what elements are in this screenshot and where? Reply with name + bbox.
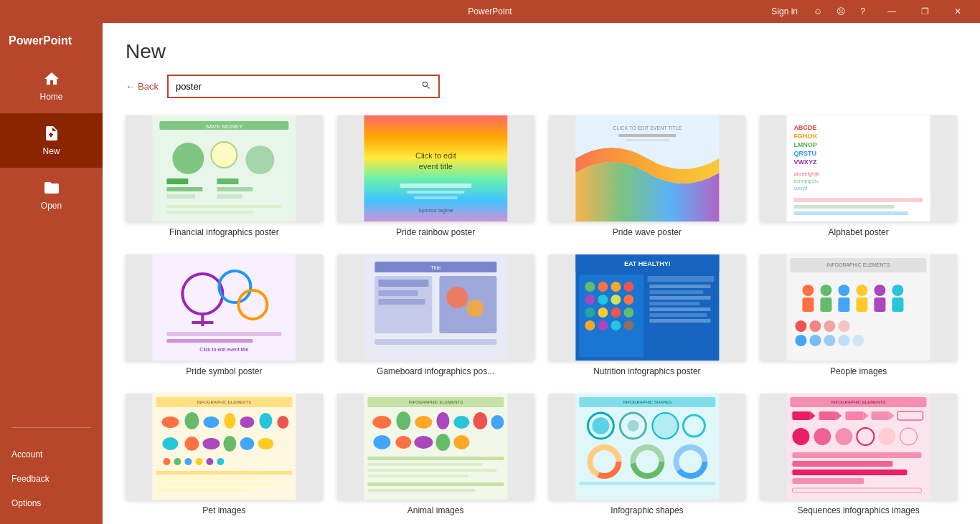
svg-rect-83 xyxy=(649,296,710,300)
svg-point-65 xyxy=(598,282,608,292)
template-animal-images[interactable]: INFOGRAPHIC ELEMENTS An xyxy=(337,394,534,515)
svg-rect-153 xyxy=(367,457,504,460)
svg-point-108 xyxy=(810,335,821,346)
template-gameboard-infographics-poster[interactable]: Title Gameboard infographics pos... xyxy=(337,254,534,376)
svg-point-79 xyxy=(623,320,633,330)
template-financial-infographics-poster[interactable]: SAVE MONEY Financial infographics poster xyxy=(126,115,323,237)
svg-point-145 xyxy=(453,416,469,429)
svg-point-125 xyxy=(223,436,236,452)
new-icon xyxy=(43,125,60,142)
svg-rect-86 xyxy=(649,313,707,317)
new-label: New xyxy=(42,146,60,156)
sidebar: PowerPoint Home New Open xyxy=(0,23,103,524)
svg-rect-52 xyxy=(378,280,428,287)
svg-point-144 xyxy=(436,412,449,429)
template-pet-images[interactable]: INFOGRAPHIC ELEMENTS xyxy=(126,394,323,515)
template-thumb-infographic-shapes: INFOGRAPHIC SHAPES xyxy=(549,394,746,500)
svg-rect-45 xyxy=(166,339,253,343)
svg-rect-197 xyxy=(793,470,908,475)
sidebar-item-new[interactable]: New xyxy=(0,113,103,168)
svg-point-105 xyxy=(824,320,836,332)
svg-text:QRSTU: QRSTU xyxy=(794,150,817,157)
templates-area[interactable]: SAVE MONEY Financial infographics poster xyxy=(103,107,980,524)
svg-point-110 xyxy=(839,335,850,346)
home-label: Home xyxy=(39,92,62,102)
svg-rect-186 xyxy=(872,411,890,420)
svg-rect-9 xyxy=(217,178,238,184)
svg-point-148 xyxy=(373,435,390,449)
svg-text:vwxyz: vwxyz xyxy=(794,186,809,191)
template-people-images[interactable]: INFOGRAPHIC ELEMENTS xyxy=(760,254,957,376)
svg-point-111 xyxy=(853,335,864,346)
svg-text:INFOGRAPHIC ELEMENTS: INFOGRAPHIC ELEMENTS xyxy=(197,400,252,404)
content-area: New ← Back xyxy=(103,23,980,524)
help-icon[interactable]: ? xyxy=(856,5,870,18)
svg-point-147 xyxy=(491,415,504,429)
open-icon xyxy=(43,179,60,196)
svg-rect-84 xyxy=(649,302,699,305)
svg-point-142 xyxy=(396,411,410,430)
sidebar-item-feedback[interactable]: Feedback xyxy=(0,467,103,491)
frown-icon[interactable]: ☹ xyxy=(832,5,850,18)
search-box xyxy=(167,75,440,98)
svg-rect-35 xyxy=(794,198,923,202)
back-button[interactable]: ← Back xyxy=(126,81,159,92)
svg-point-97 xyxy=(857,285,868,296)
svg-point-127 xyxy=(258,438,273,449)
template-pride-symbol-poster[interactable]: Click to edit event title Pride symbol p… xyxy=(126,254,323,376)
svg-text:INFOGRAPHIC ELEMENTS: INFOGRAPHIC ELEMENTS xyxy=(831,400,886,404)
svg-text:Click to edit: Click to edit xyxy=(415,151,456,160)
svg-point-99 xyxy=(875,285,886,296)
svg-rect-85 xyxy=(649,308,710,311)
sidebar-item-options[interactable]: Options xyxy=(0,491,103,515)
svg-point-77 xyxy=(598,320,608,330)
template-label-pride-rainbow-poster: Pride rainbow poster xyxy=(337,227,534,237)
sidebar-item-home[interactable]: Home xyxy=(0,59,103,113)
template-sequences-infographics-images[interactable]: INFOGRAPHIC ELEMENTS xyxy=(760,394,957,515)
template-pride-rainbow-poster[interactable]: Click to edit event title Sponsor taglin… xyxy=(337,115,534,237)
template-thumb-pet-images: INFOGRAPHIC ELEMENTS xyxy=(126,394,323,500)
svg-rect-182 xyxy=(819,411,837,420)
svg-point-4 xyxy=(211,142,237,168)
svg-rect-92 xyxy=(803,297,814,312)
svg-point-121 xyxy=(277,416,288,429)
svg-text:SAVE MONEY: SAVE MONEY xyxy=(205,123,243,130)
svg-point-128 xyxy=(163,458,170,465)
svg-point-119 xyxy=(240,416,254,428)
svg-point-103 xyxy=(796,320,807,332)
sidebar-item-open[interactable]: Open xyxy=(0,168,103,222)
svg-point-3 xyxy=(172,143,204,174)
svg-point-74 xyxy=(611,308,621,318)
template-infographic-shapes[interactable]: INFOGRAPHIC SHAPES Infographic shapes xyxy=(549,394,746,515)
template-alphabet-poster[interactable]: ABCDE FGHIJK LMNOP QRSTU VWXYZ abcdefghi… xyxy=(760,115,957,237)
restore-button[interactable]: ❐ xyxy=(908,0,941,23)
template-pride-wave-poster[interactable]: CLICK TO EDIT EVENT TITLE Pride wave pos… xyxy=(549,115,746,237)
svg-rect-155 xyxy=(367,469,496,472)
svg-point-166 xyxy=(652,413,678,439)
page-title: New xyxy=(126,40,957,63)
svg-rect-36 xyxy=(794,205,895,209)
svg-rect-19 xyxy=(407,191,464,194)
close-button[interactable]: ✕ xyxy=(941,0,974,23)
template-thumb-financial-infographics-poster: SAVE MONEY xyxy=(126,115,323,221)
svg-text:EAT HEALTHY!: EAT HEALTHY! xyxy=(624,260,671,267)
search-button[interactable] xyxy=(414,76,438,97)
svg-point-191 xyxy=(836,428,853,445)
sign-in-button[interactable]: Sign in xyxy=(765,5,804,18)
svg-rect-102 xyxy=(892,297,904,312)
svg-text:Title: Title xyxy=(430,265,441,271)
svg-rect-7 xyxy=(166,187,202,191)
svg-point-152 xyxy=(453,435,469,449)
svg-rect-98 xyxy=(857,297,868,312)
content-header: New ← Back xyxy=(103,23,980,107)
svg-point-150 xyxy=(414,436,433,449)
template-thumb-animal-images: INFOGRAPHIC ELEMENTS xyxy=(337,394,534,500)
minimize-button[interactable]: — xyxy=(875,0,908,23)
search-input[interactable] xyxy=(169,77,414,96)
sidebar-item-account[interactable]: Account xyxy=(0,442,103,467)
smile-icon[interactable]: ☺ xyxy=(809,5,826,18)
svg-point-151 xyxy=(435,434,450,451)
template-nutrition-infographics-poster[interactable]: EAT HEALTHY! xyxy=(549,254,746,376)
svg-point-95 xyxy=(839,285,850,296)
template-thumb-alphabet-poster: ABCDE FGHIJK LMNOP QRSTU VWXYZ abcdefghi… xyxy=(760,115,957,221)
